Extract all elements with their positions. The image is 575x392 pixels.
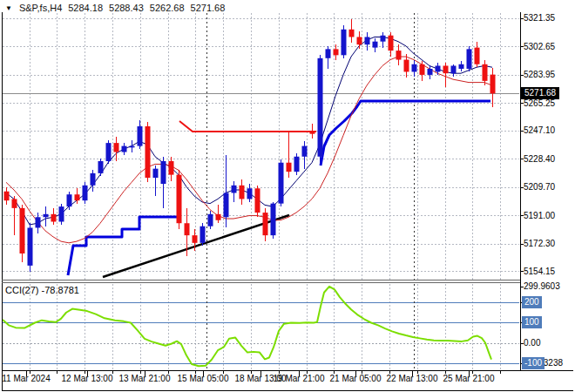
chart-title-row: ▼ S&P,fs,H4 5284.18 5288.43 5262.68 5271… — [5, 3, 225, 13]
ohlc-low: 5262.68 — [150, 3, 185, 13]
symbol-title: S&P,fs,H4 — [19, 3, 62, 13]
price-axis-label: 5302.65 — [524, 42, 555, 52]
cci-zero-label: 0.00 — [524, 338, 540, 348]
ohlc-close: 5271.68 — [191, 3, 226, 13]
cci-level-100-label: 100 — [522, 316, 542, 328]
ohlc-open: 5284.18 — [68, 3, 103, 13]
chart-canvas[interactable] — [0, 0, 575, 392]
symbol-dropdown-icon[interactable]: ▼ — [5, 4, 12, 12]
price-axis-label: 5321.35 — [524, 13, 555, 24]
price-axis-label: 5191.00 — [524, 211, 555, 221]
current-price-label: 5271.68 — [521, 87, 559, 99]
time-axis-label: 12 Mar 13:00 — [62, 374, 113, 384]
price-axis-label: 5172.30 — [524, 239, 555, 249]
ohlc-high: 5288.43 — [109, 3, 144, 13]
time-axis-label: 11 Mar 2024 — [2, 374, 50, 384]
time-axis-label: 15 Mar 05:00 — [178, 374, 229, 384]
time-axis-label: 22 Mar 13:00 — [387, 374, 438, 384]
cci-level-200-label: 200 — [522, 296, 542, 308]
cci-max-label: 299.9603 — [524, 281, 560, 292]
price-axis-label: 5265.25 — [524, 98, 555, 109]
price-axis-label: 5154.15 — [524, 267, 555, 277]
time-axis-label: 25 Mar 21:00 — [443, 374, 495, 384]
price-axis-label: 5247.10 — [524, 125, 555, 136]
cci-indicator-label: CCI(27) -78.8781 — [5, 285, 79, 295]
price-axis-label: 5228.40 — [524, 154, 555, 165]
time-axis-label: 13 Mar 21:00 — [119, 374, 171, 384]
price-axis-label: 5209.70 — [524, 182, 555, 193]
time-axis-label: 19 Mar 21:00 — [274, 374, 325, 384]
trading-chart-window: ▼ S&P,fs,H4 5284.18 5288.43 5262.68 5271… — [0, 0, 575, 392]
time-axis-label: 21 Mar 05:00 — [330, 374, 382, 384]
cci-level-minus100-label: -100 — [522, 357, 545, 369]
price-axis-label: 5283.95 — [524, 70, 555, 80]
